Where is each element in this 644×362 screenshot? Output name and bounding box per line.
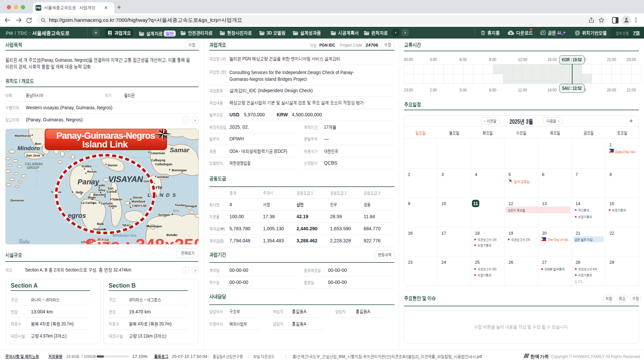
svg-text:GROUP: GROUP xyxy=(27,166,39,170)
svg-text:Borongan: Borongan xyxy=(172,168,187,172)
svg-text:Surigao: Surigao xyxy=(158,213,170,217)
svg-text:Panay: Panay xyxy=(77,178,100,186)
svg-text:ferry: ferry xyxy=(173,209,179,213)
svg-text:Roxas: Roxas xyxy=(87,170,97,173)
svg-text:Mindoro: Mindoro xyxy=(17,145,40,152)
svg-text:CALAMIAN: CALAMIAN xyxy=(25,162,43,166)
svg-text:Bacolod: Bacolod xyxy=(93,193,106,196)
svg-text:egros: egros xyxy=(68,212,86,219)
svg-text:Dumaran: Dumaran xyxy=(10,198,24,202)
svg-text:Mambajao: Mambajao xyxy=(146,224,162,228)
svg-text:Catbalogan: Catbalogan xyxy=(155,162,172,166)
svg-text:Cebu: Cebu xyxy=(109,204,117,208)
svg-text:Danao: Danao xyxy=(108,163,117,167)
svg-text:Mamburao: Mamburao xyxy=(15,134,31,137)
svg-text:VISAYAN: VISAYAN xyxy=(108,175,143,184)
svg-text:Anilao: Anilao xyxy=(176,203,186,207)
svg-text:Dinagat: Dinagat xyxy=(185,204,197,208)
svg-text:San Jose: San Jose xyxy=(26,154,40,157)
svg-text:Carlos: Carlos xyxy=(107,190,117,193)
svg-text:Kalibo: Kalibo xyxy=(82,164,92,168)
svg-text:acloban: acloban xyxy=(157,175,169,179)
svg-text:Catarman: Catarman xyxy=(150,151,165,155)
svg-text:Mandaue: Mandaue xyxy=(131,199,145,203)
svg-text:Silay: Silay xyxy=(98,188,106,192)
svg-text:Lapu-Lap: Lapu-Lap xyxy=(132,203,147,207)
svg-text:Calbayog: Calbayog xyxy=(151,158,165,162)
svg-text:Danao: Danao xyxy=(133,195,143,199)
svg-text:Toledo: Toledo xyxy=(112,197,122,201)
svg-text:La Carlota: La Carlota xyxy=(81,201,97,204)
svg-text:Samar: Samar xyxy=(170,146,190,154)
svg-text:Iloilo: Iloilo xyxy=(76,190,83,194)
svg-text:Sulu: Sulu xyxy=(19,239,30,244)
svg-text:Island Link: Island Link xyxy=(82,139,128,149)
